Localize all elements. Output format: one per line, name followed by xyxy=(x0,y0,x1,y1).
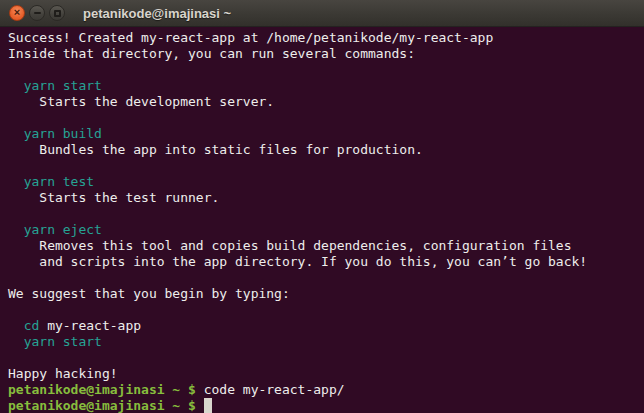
command-text: cd xyxy=(8,318,39,333)
maximize-button[interactable] xyxy=(49,5,65,21)
terminal-line xyxy=(8,350,638,366)
terminal-line: We suggest that you begin by typing: xyxy=(8,286,638,302)
terminal-line: petanikode@imajinasi ~ $ code my-react-a… xyxy=(8,382,638,398)
minimize-icon xyxy=(34,12,41,14)
terminal-line xyxy=(8,110,638,126)
terminal-line: Inside that directory, you can run sever… xyxy=(8,46,638,62)
close-icon: × xyxy=(14,7,20,18)
terminal-line: Starts the development server. xyxy=(8,94,638,110)
terminal-line: yarn eject xyxy=(8,222,638,238)
shell-prompt: petanikode@imajinasi ~ $ xyxy=(8,382,196,397)
terminal-text: Inside that directory, you can run sever… xyxy=(8,46,415,61)
terminal-text: code my-react-app/ xyxy=(196,382,345,397)
terminal-line xyxy=(8,302,638,318)
terminal-line: Bundles the app into static files for pr… xyxy=(8,142,638,158)
terminal-line: yarn test xyxy=(8,174,638,190)
terminal-text: Starts the development server. xyxy=(8,94,274,109)
command-text: yarn build xyxy=(8,126,102,141)
terminal-line: Starts the test runner. xyxy=(8,190,638,206)
terminal-line: yarn start xyxy=(8,334,638,350)
command-text: yarn start xyxy=(8,334,102,349)
terminal-line: Success! Created my-react-app at /home/p… xyxy=(8,30,638,46)
shell-prompt: petanikode@imajinasi ~ $ xyxy=(8,398,204,413)
terminal-line: Happy hacking! xyxy=(8,366,638,382)
terminal-line: petanikode@imajinasi ~ $ xyxy=(8,398,638,413)
minimize-button[interactable] xyxy=(29,5,45,21)
terminal-line xyxy=(8,62,638,78)
terminal-text: Happy hacking! xyxy=(8,366,118,381)
command-text: yarn test xyxy=(8,174,94,189)
terminal-line: yarn start xyxy=(8,78,638,94)
terminal-line: and scripts into the app directory. If y… xyxy=(8,254,638,270)
terminal-text: We suggest that you begin by typing: xyxy=(8,286,290,301)
terminal-text: Bundles the app into static files for pr… xyxy=(8,142,423,157)
terminal-line: cd my-react-app xyxy=(8,318,638,334)
window-title: petanikode@imajinasi ~ xyxy=(83,0,231,27)
terminal-line xyxy=(8,158,638,174)
terminal-cursor xyxy=(204,398,212,413)
command-text: yarn eject xyxy=(8,222,102,237)
terminal-line xyxy=(8,270,638,286)
terminal-line: Removes this tool and copies build depen… xyxy=(8,238,638,254)
terminal-line xyxy=(8,206,638,222)
terminal-text: and scripts into the app directory. If y… xyxy=(8,254,587,269)
terminal-text: Success! Created my-react-app at /home/p… xyxy=(8,30,493,45)
close-button[interactable]: × xyxy=(9,5,25,21)
maximize-icon xyxy=(54,10,61,17)
terminal-text: my-react-app xyxy=(39,318,141,333)
terminal-line: yarn build xyxy=(8,126,638,142)
terminal-text: Starts the test runner. xyxy=(8,190,219,205)
terminal-window: × petanikode@imajinasi ~ Success! Create… xyxy=(0,0,644,413)
window-titlebar[interactable]: × petanikode@imajinasi ~ xyxy=(0,0,644,27)
terminal-text: Removes this tool and copies build depen… xyxy=(8,238,572,253)
command-text: yarn start xyxy=(8,78,102,93)
terminal-screen[interactable]: Success! Created my-react-app at /home/p… xyxy=(0,27,644,413)
